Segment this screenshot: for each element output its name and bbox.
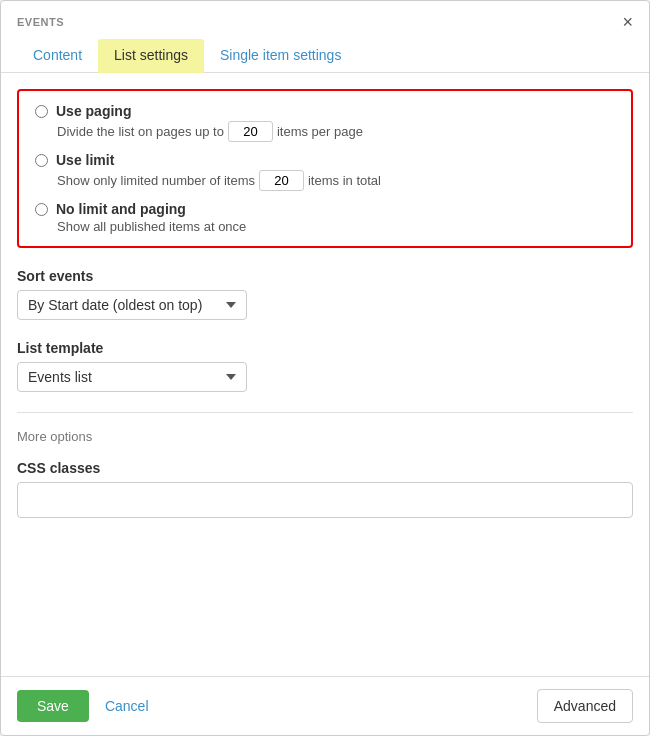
css-classes-input[interactable]: [17, 482, 633, 518]
use-limit-input[interactable]: [259, 170, 304, 191]
sort-events-group: Sort events By Start date (oldest on top…: [17, 268, 633, 320]
tab-single-item-settings[interactable]: Single item settings: [204, 39, 357, 73]
section-divider: [17, 412, 633, 413]
list-template-label: List template: [17, 340, 633, 356]
list-template-select[interactable]: Events list Events grid: [17, 362, 247, 392]
no-limit-label[interactable]: No limit and paging: [35, 201, 615, 217]
use-limit-group: Use limit Show only limited number of it…: [35, 152, 615, 191]
use-limit-description: Show only limited number of items items …: [57, 170, 615, 191]
events-modal: EVENTS × Content List settings Single it…: [0, 0, 650, 736]
tab-list-settings[interactable]: List settings: [98, 39, 204, 73]
more-options-label: More options: [17, 429, 633, 444]
cancel-button[interactable]: Cancel: [101, 690, 153, 722]
list-template-group: List template Events list Events grid: [17, 340, 633, 392]
css-classes-label: CSS classes: [17, 460, 633, 476]
modal-title: EVENTS: [17, 16, 64, 28]
use-paging-label[interactable]: Use paging: [35, 103, 615, 119]
no-limit-description: Show all published items at once: [57, 219, 615, 234]
no-limit-group: No limit and paging Show all published i…: [35, 201, 615, 234]
use-paging-description: Divide the list on pages up to items per…: [57, 121, 615, 142]
use-paging-radio[interactable]: [35, 105, 48, 118]
modal-footer: Save Cancel Advanced: [1, 676, 649, 735]
sort-events-select[interactable]: By Start date (oldest on top) By Start d…: [17, 290, 247, 320]
use-paging-input[interactable]: [228, 121, 273, 142]
no-limit-radio[interactable]: [35, 203, 48, 216]
tab-bar: Content List settings Single item settin…: [1, 39, 649, 73]
use-limit-radio[interactable]: [35, 154, 48, 167]
modal-body: Use paging Divide the list on pages up t…: [1, 73, 649, 676]
sort-events-label: Sort events: [17, 268, 633, 284]
paging-options-box: Use paging Divide the list on pages up t…: [17, 89, 633, 248]
css-classes-group: CSS classes: [17, 460, 633, 518]
advanced-button[interactable]: Advanced: [537, 689, 633, 723]
save-button[interactable]: Save: [17, 690, 89, 722]
use-paging-group: Use paging Divide the list on pages up t…: [35, 103, 615, 142]
use-limit-label[interactable]: Use limit: [35, 152, 615, 168]
tab-content[interactable]: Content: [17, 39, 98, 73]
close-button[interactable]: ×: [622, 13, 633, 31]
modal-header: EVENTS ×: [1, 1, 649, 31]
